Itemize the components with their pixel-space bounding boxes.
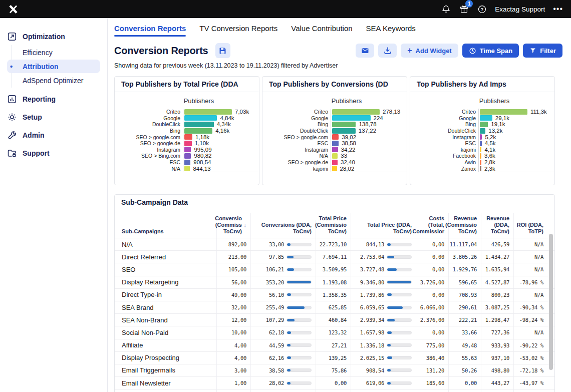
sidebar-item-label: Efficiency: [23, 49, 53, 57]
tab-conversion-reports[interactable]: Conversion Reports: [114, 24, 186, 37]
table-row[interactable]: Email Newsletter1,0028,020,00619,06185,6…: [115, 377, 554, 389]
cell-value: 107,29: [266, 317, 284, 323]
table-row[interactable]: Social Non-Paid10,0062,18123,321.657,980…: [115, 326, 554, 339]
table-row[interactable]: SEA Brand32,00255,49625,856.059,656.066,…: [115, 301, 554, 314]
cell-revenue-commission: 55,63: [449, 352, 481, 364]
sidebar-item-admin[interactable]: Admin: [0, 128, 107, 143]
cell-value: 185,60: [426, 380, 444, 386]
bar-value: 7,03k: [235, 109, 249, 115]
mini-bar-fill: [287, 382, 291, 384]
cell-roi: -90,22 %: [514, 339, 547, 351]
cell-value: 49,00: [231, 292, 246, 298]
cell-conversions-dda: 62,16: [251, 352, 316, 364]
value-with-bar: 9.346,80: [360, 279, 412, 285]
more-menu-icon[interactable]: •••: [553, 5, 563, 13]
cell-value: 460,84: [329, 317, 347, 323]
bar-zone: 38,58: [331, 140, 356, 147]
sidebar-item-label: Optimization: [23, 33, 65, 41]
sidebar-item-setup[interactable]: Setup: [0, 110, 107, 125]
column-header-label: ROI (DDA,ToTP): [517, 222, 543, 235]
sidebar-item-optimization[interactable]: Optimization: [0, 29, 107, 44]
column-header-rev_dda[interactable]: Revenue(DDA,ToCnv): [481, 213, 514, 238]
bar-row: SEO > google.de1,10k: [119, 140, 255, 147]
email-report-button[interactable]: [356, 44, 374, 58]
table-row[interactable]: Display Prospecting4,0062,16139,252.025,…: [115, 352, 554, 364]
cell-conversions-dda: 44,59: [251, 339, 316, 351]
sidebar-item-efficiency[interactable]: Efficiency: [7, 46, 100, 59]
save-icon: [218, 47, 227, 55]
bar-zone: 278,13: [331, 109, 400, 115]
column-header-roi[interactable]: ROI (DDA,ToTP): [514, 220, 547, 238]
bar-row: Google29,1k: [414, 115, 550, 122]
cell-revenue-dda: 3.087,25: [481, 301, 514, 313]
time-span-button[interactable]: Time Span: [462, 44, 519, 58]
exactag-logo-icon[interactable]: [8, 4, 19, 15]
account-menu[interactable]: Exactag Support: [495, 6, 545, 13]
table-row[interactable]: SEO105,00106,213.509,953.727,480,001.929…: [115, 263, 554, 276]
column-header-rev_comm[interactable]: Revenue(CommissioToCnv): [449, 213, 481, 238]
column-header-conv_comm[interactable]: Conversio(CommissToCnv)↓: [217, 213, 251, 238]
bar-zone: 28,02: [331, 165, 354, 172]
cell-value: 0,00: [432, 241, 444, 247]
table-row[interactable]: Direct Referred213,0097,857.694,112.753,…: [115, 251, 554, 263]
cell-value: 443,27: [491, 380, 509, 386]
sub-campaign-name: Direct Type-in: [115, 289, 217, 301]
admin-icon: [7, 130, 17, 140]
add-widget-button[interactable]: + Add Widget: [401, 44, 458, 58]
column-header-costs[interactable]: Costs(Total,Commissior: [416, 213, 449, 238]
notifications-bell-icon[interactable]: [441, 4, 451, 14]
table-row[interactable]: Display Retargeting56,00353,201.193,089.…: [115, 276, 554, 289]
cell-revenue-dda: 933,93: [481, 339, 514, 351]
cell-value: 9.346,80: [360, 279, 384, 285]
column-header-name[interactable]: Sub-Campaigns: [115, 226, 217, 238]
table-row[interactable]: Direct Type-in49,0056,101.358,351.739,86…: [115, 289, 554, 301]
bar: [332, 147, 338, 152]
sidebar-item-support[interactable]: Support: [0, 146, 107, 161]
cell-conversions-commission: 892,00: [217, 238, 251, 250]
sidebar-item-attribution[interactable]: •Attribution: [7, 60, 100, 73]
cell-value: 727,36: [491, 329, 509, 335]
bar-value: 1,18k: [195, 134, 209, 140]
sort-desc-icon: ↓: [243, 222, 246, 229]
cell-costs: 0,00: [416, 263, 449, 275]
bar-row: SEO > google.de32,40: [266, 159, 403, 166]
cell-value: 2.753,04: [360, 254, 384, 260]
table-scrollbar[interactable]: [549, 234, 553, 370]
column-header-conv_dda[interactable]: Conversions (DDA, ToCnv): [251, 220, 316, 238]
cell-value: 50,26: [462, 367, 477, 373]
sidebar: OptimizationEfficiency•AttributionAdSpen…: [0, 18, 108, 392]
table-row[interactable]: Social Paid1,001,3223,6745,46182,7018,66…: [115, 389, 554, 392]
tab-sea-keywords[interactable]: SEA Keywords: [366, 24, 416, 37]
cell-value: 10,00: [231, 329, 246, 335]
mini-bar-fill: [387, 356, 392, 359]
bar-zone: 2,3k: [478, 165, 495, 172]
download-button[interactable]: [378, 44, 397, 58]
filter-button[interactable]: Filter: [523, 44, 562, 58]
table-row[interactable]: SEA Non-Brand12,00107,29460,842.939,342.…: [115, 314, 554, 326]
table-row[interactable]: Email Triggermails3,0038,5875,86908,5413…: [115, 364, 554, 377]
bar: [480, 134, 482, 140]
plus-icon: +: [407, 47, 412, 55]
sidebar-item-reporting[interactable]: Reporting: [0, 92, 107, 107]
sidebar-item-adspend-optimizer[interactable]: AdSpend Optimizer: [7, 74, 100, 87]
column-header-tp_dda[interactable]: Total Price (DDA, ToCnv): [351, 220, 416, 238]
table-row[interactable]: N/A892,0033,0022.723,10844,130,0011.117,…: [115, 238, 554, 251]
sidebar-item-label: Attribution: [23, 63, 59, 71]
tab-tv-conversion-reports[interactable]: TV Conversion Reports: [199, 24, 277, 37]
cell-total-price-commission: 460,84: [316, 314, 351, 326]
cell-total-price-dda: 2.753,04: [351, 251, 416, 263]
help-icon[interactable]: ?: [477, 4, 487, 14]
charts-row: Top Publishers by Total Price (DDAPublis…: [114, 76, 555, 185]
table-row[interactable]: Affiliate4,0044,5927,211.336,18775,0049,…: [115, 339, 554, 352]
chart-body: PublishersCriteo111,3kGoogle29,1kBing19,…: [410, 92, 554, 172]
column-header-tp_comm[interactable]: Total Price(CommissioToCnv): [316, 213, 351, 238]
whats-new-gift-icon[interactable]: 1: [459, 4, 469, 14]
mini-bar-fill: [387, 293, 392, 296]
cell-value: 908,54: [366, 367, 384, 373]
value-with-bar: 353,20: [266, 279, 312, 285]
save-report-button[interactable]: [215, 43, 230, 58]
bar-row: N/A844,13: [119, 165, 255, 172]
tab-value-contribution[interactable]: Value Contribution: [291, 24, 352, 37]
bar-row: ESC908,54: [119, 159, 255, 166]
bar-zone: 2,8k: [478, 159, 495, 166]
